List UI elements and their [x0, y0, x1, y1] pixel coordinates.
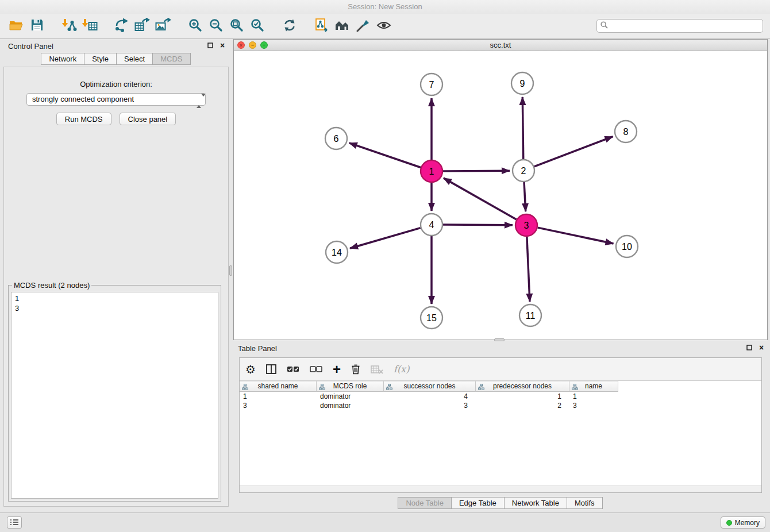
sort-icon[interactable] [478, 383, 484, 393]
import-network-button[interactable] [59, 17, 79, 36]
graph-edge-2-3[interactable] [524, 182, 526, 211]
network-canvas[interactable]: 7968124314101511 [234, 51, 767, 340]
table-settings-gear-icon[interactable]: ⚙ [245, 362, 256, 377]
optimization-criterion-select[interactable]: strongly connected component [26, 93, 206, 106]
zoom-in-button[interactable] [185, 17, 206, 36]
table-cell: dominator [317, 401, 384, 410]
home-layout-button[interactable] [332, 17, 353, 36]
graph-node-2[interactable]: 2 [513, 160, 534, 182]
window-titlebar: Session: New Session [0, 0, 770, 14]
graph-node-3[interactable]: 3 [515, 214, 537, 236]
clone-network-icon [314, 18, 329, 35]
graph-node-9[interactable]: 9 [511, 72, 533, 94]
zoom-window-button[interactable]: + [260, 41, 268, 49]
svg-text:6: 6 [334, 134, 339, 144]
export-table-button[interactable] [132, 17, 153, 36]
close-table-panel-icon[interactable]: × [757, 344, 765, 352]
graph-node-4[interactable]: 4 [421, 214, 442, 236]
graph-node-7[interactable]: 7 [421, 74, 442, 95]
unselect-all-columns-icon[interactable] [310, 362, 322, 377]
zoom-fit-button[interactable] [226, 17, 247, 36]
float-table-panel-icon[interactable] [745, 344, 753, 352]
clone-network-button[interactable] [311, 17, 332, 36]
control-panel-title: Control Panel [8, 42, 53, 51]
memory-status-icon [726, 520, 732, 526]
add-column-icon[interactable]: + [333, 362, 341, 377]
graph-edge-2-9[interactable] [522, 97, 523, 159]
delete-column-icon[interactable] [351, 362, 360, 377]
dropdown-stepper-icon [197, 95, 202, 107]
sort-icon[interactable] [319, 383, 325, 393]
graph-node-6[interactable]: 6 [325, 128, 347, 149]
table-row[interactable]: 1dominator411 [240, 392, 761, 401]
refresh-view-button[interactable] [279, 17, 300, 36]
minimize-window-button[interactable]: − [249, 41, 256, 49]
tab-motifs[interactable]: Motifs [567, 497, 603, 509]
graph-edge-2-8[interactable] [534, 137, 613, 167]
close-panel-icon[interactable]: × [218, 41, 226, 49]
paintbrush-icon [356, 18, 370, 34]
horizontal-splitter-handle[interactable] [494, 338, 505, 341]
save-icon [30, 18, 44, 34]
run-mcds-button[interactable]: Run MCDS [56, 113, 111, 125]
graph-node-10[interactable]: 10 [616, 236, 638, 257]
column-header-mcds-role[interactable]: MCDS role [317, 381, 384, 392]
column-header-name[interactable]: name [569, 381, 618, 392]
svg-text:8: 8 [623, 127, 629, 137]
graph-edge-4-14[interactable] [350, 228, 421, 249]
zoom-out-button[interactable] [206, 17, 226, 36]
export-image-button[interactable] [153, 17, 174, 36]
export-network-button[interactable] [111, 17, 132, 36]
search-field[interactable] [596, 19, 763, 33]
table-toolbar: ⚙ + [240, 358, 761, 381]
sort-icon[interactable] [242, 383, 248, 393]
column-header-shared-name[interactable]: shared name [240, 381, 317, 392]
float-panel-icon[interactable] [206, 41, 214, 49]
column-header-successor-nodes[interactable]: successor nodes [384, 381, 476, 392]
sort-icon[interactable] [572, 383, 578, 393]
graph-edge-3-11[interactable] [527, 237, 530, 302]
graph-edge-1-6[interactable] [349, 143, 421, 168]
tab-mcds[interactable]: MCDS [152, 53, 190, 65]
graph-edge-3-1[interactable] [444, 178, 517, 219]
memory-button[interactable]: Memory [721, 516, 765, 529]
apply-style-button[interactable] [353, 17, 374, 36]
table-row[interactable]: 3dominator323 [240, 401, 761, 410]
close-panel-button[interactable]: Close panel [120, 113, 176, 125]
column-header-predecessor-nodes[interactable]: predecessor nodes [476, 381, 569, 392]
graph-edge-3-10[interactable] [538, 228, 614, 244]
tab-network-table[interactable]: Network Table [504, 497, 567, 509]
search-input[interactable] [611, 22, 759, 30]
show-hide-button[interactable] [374, 17, 394, 36]
task-history-button[interactable] [7, 516, 22, 529]
table-horizontal-scrollbar[interactable] [240, 485, 761, 492]
network-graph: 7968124314101511 [234, 51, 767, 340]
tab-select[interactable]: Select [116, 53, 153, 65]
import-table-button[interactable] [79, 17, 100, 36]
open-session-button[interactable] [6, 17, 26, 36]
graph-edge-4-3[interactable] [443, 225, 513, 225]
graph-node-11[interactable]: 11 [519, 304, 541, 326]
tab-node-table[interactable]: Node Table [398, 497, 452, 509]
table-panel: Table Panel × ⚙ [233, 342, 768, 511]
graph-edge-1-2[interactable] [443, 171, 510, 171]
save-session-button[interactable] [26, 17, 47, 36]
vertical-splitter-handle[interactable] [229, 265, 232, 276]
result-line: 3 [15, 303, 214, 313]
status-bar: Memory [0, 512, 770, 532]
graph-node-8[interactable]: 8 [615, 121, 637, 142]
sort-icon[interactable] [386, 383, 392, 393]
close-window-button[interactable]: × [237, 41, 245, 49]
graph-node-1[interactable]: 1 [421, 160, 442, 182]
tab-network[interactable]: Network [41, 53, 84, 65]
mcds-result-list[interactable]: 13 [11, 292, 218, 499]
graph-node-15[interactable]: 15 [421, 307, 442, 329]
show-columns-icon[interactable] [266, 362, 276, 377]
tab-style[interactable]: Style [84, 53, 117, 65]
tab-edge-table[interactable]: Edge Table [451, 497, 505, 509]
table-cell: 3 [384, 401, 476, 410]
svg-text:4: 4 [429, 220, 434, 230]
graph-node-14[interactable]: 14 [326, 241, 348, 263]
zoom-selected-button[interactable] [247, 17, 268, 36]
select-all-columns-icon[interactable] [287, 362, 299, 377]
